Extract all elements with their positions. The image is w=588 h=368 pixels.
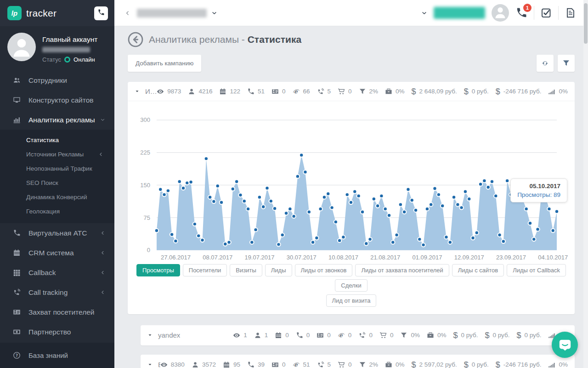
refresh-button[interactable] xyxy=(537,55,554,72)
sidebar-subitem-seo-search[interactable]: SEO Поиск xyxy=(0,176,114,190)
stat-value: 0% xyxy=(396,88,405,95)
blurred-company-selector[interactable] xyxy=(137,9,207,17)
chevron-left-icon xyxy=(100,250,105,255)
sidebar-subitem-unknown-traffic[interactable]: Неопознанный Трафик xyxy=(0,161,114,176)
sidebar-item-partnership[interactable]: Партнерство xyxy=(0,322,114,342)
user-icon xyxy=(188,88,195,95)
svg-text:e: e xyxy=(294,88,298,95)
stat-call-waves: 5 xyxy=(317,361,331,368)
stat-value: 2 648,09 руб. xyxy=(419,88,457,95)
back-button[interactable] xyxy=(128,32,143,47)
metric-filter-button-0[interactable]: Просмотры xyxy=(136,264,180,276)
avatar[interactable] xyxy=(492,4,509,22)
svg-text:10.08.2017: 10.08.2017 xyxy=(328,254,358,261)
views-area-chart[interactable]: 07515022530027.06.201708.07.201719.07.20… xyxy=(135,101,568,263)
caret-down-icon[interactable] xyxy=(147,333,153,338)
chat-widget-button[interactable] xyxy=(552,332,578,358)
sidebar-item-site-builder[interactable]: Конструктор сайтов xyxy=(0,90,114,110)
sidebar-item-label: CRM система xyxy=(28,249,74,257)
chevron-down-icon xyxy=(100,117,105,122)
brand-name: tracker xyxy=(26,8,57,19)
chevron-down-icon[interactable] xyxy=(211,10,217,16)
svg-text:75: 75 xyxy=(144,214,150,221)
dollar-icon: $ xyxy=(464,87,469,96)
chevron-left-icon xyxy=(100,230,105,236)
sidebar-item-label: Аналитика рекламы xyxy=(28,116,95,124)
stat-dollar: $2 648,09 руб. xyxy=(412,87,457,96)
stat-value: 0 xyxy=(285,332,289,339)
stat-value: 0 xyxy=(282,88,286,95)
metric-filter-button-6[interactable]: Лиды с сайтов xyxy=(452,264,504,276)
metric-filter-button-0[interactable]: Лид от визита xyxy=(326,294,377,307)
sidebar-item-ad-analytics[interactable]: Аналитика рекламы xyxy=(0,110,114,130)
stat-dollar: $0 руб. xyxy=(516,331,541,339)
metric-filter-button-4[interactable]: Лиды от звонков xyxy=(295,264,353,276)
sidebar-subitem-ad-sources[interactable]: Источники Рекламы xyxy=(0,147,114,161)
caret-down-icon[interactable] xyxy=(147,362,153,367)
sidebar-subitem-conversion-dynamics[interactable]: Динамика Конверсий xyxy=(0,190,114,204)
sidebar-subitem-statistics[interactable]: Статистика xyxy=(0,133,114,147)
lp-logo-icon: lp xyxy=(7,6,22,20)
funnel-icon xyxy=(359,88,366,95)
metric-filter-button-3[interactable]: Лиды xyxy=(265,264,292,276)
stat-value: 95 xyxy=(233,361,240,368)
dollar-icon: $ xyxy=(464,361,469,368)
stat-value: 2% xyxy=(369,361,379,368)
sidebar-item-virtual-pbx[interactable]: Виртуальная АТС xyxy=(0,223,114,243)
sidebar-phone-button[interactable] xyxy=(94,6,108,20)
sidebar-item-call-tracking[interactable]: Call tracking xyxy=(0,282,114,302)
stat-id-card: 0 xyxy=(271,361,286,368)
chat-bubble-icon xyxy=(558,338,572,352)
chevron-left-icon xyxy=(98,152,103,157)
stat-signal: 0% xyxy=(548,88,568,95)
stat-id-card: 0 xyxy=(271,88,286,95)
dollar-icon: $ xyxy=(412,361,416,368)
scrollbar[interactable] xyxy=(583,0,588,368)
filter-button[interactable] xyxy=(558,55,575,72)
stat-value: 39 xyxy=(258,361,265,368)
sidebar-item-knowledge-base[interactable]: ? База знаний xyxy=(0,343,114,368)
stat-value: 0 руб. xyxy=(472,361,489,368)
blurred-username xyxy=(42,47,90,52)
stat-dollar: $0 руб. xyxy=(464,361,489,368)
notification-badge: 1 xyxy=(523,4,531,12)
metric-filter-button-5[interactable]: Лиды от захвата посетителей xyxy=(355,264,449,276)
stat-value: 9873 xyxy=(167,88,181,95)
documents-button[interactable] xyxy=(565,7,576,18)
sidebar-item-crm[interactable]: CRM система xyxy=(0,243,114,263)
stat-dollar: $0 руб. xyxy=(485,331,509,339)
chevron-down-icon[interactable] xyxy=(421,10,427,16)
sidebar-item-employees[interactable]: Сотрудники xyxy=(0,70,114,90)
phone-icon xyxy=(296,332,303,339)
avatar[interactable] xyxy=(7,33,36,61)
sidebar-menu: СотрудникиКонструктор сайтовАналитика ре… xyxy=(0,70,114,342)
calls-button[interactable]: 1 xyxy=(515,7,527,19)
metric-filter-button-1[interactable]: Посетители xyxy=(183,264,227,276)
stat-phone: 51 xyxy=(247,88,265,95)
document-icon xyxy=(565,7,576,18)
sidebar-item-callback[interactable]: Callback xyxy=(0,263,114,282)
users-icon xyxy=(13,76,22,84)
svg-text:27.06.2017: 27.06.2017 xyxy=(161,254,191,261)
tasks-button[interactable] xyxy=(541,7,552,18)
caret-down-icon[interactable] xyxy=(135,89,140,94)
metric-filter-button-7[interactable]: Лиды от Callback xyxy=(507,264,566,276)
metric-filter-button-2[interactable]: Визиты xyxy=(230,264,262,276)
sidebar-item-visitor-capture[interactable]: Захват посетителей xyxy=(0,302,114,322)
metric-filter-button-8[interactable]: Сделки xyxy=(335,279,367,292)
svg-text:150: 150 xyxy=(140,182,150,189)
stat-value: 0% xyxy=(411,332,420,339)
briefcase-icon xyxy=(427,332,434,339)
stat-browser: e51 xyxy=(293,361,310,368)
sidebar-subitem-geolocation[interactable]: Геолокация xyxy=(0,204,114,218)
funnel-icon xyxy=(562,59,570,67)
funnel-icon xyxy=(400,332,407,339)
stat-dollar: $-246 716 руб. xyxy=(496,87,542,96)
sidebar-item-label: Виртуальная АТС xyxy=(28,229,87,237)
account-block: Главный аккаунт Статус Онлайн xyxy=(0,26,114,70)
add-campaign-button[interactable]: Добавить кампанию xyxy=(128,55,201,72)
chevron-left-icon[interactable] xyxy=(124,10,130,16)
stat-user: 3572 xyxy=(192,361,216,368)
scrollbar-thumb[interactable] xyxy=(584,3,588,44)
stat-cart: 0 xyxy=(338,88,352,95)
